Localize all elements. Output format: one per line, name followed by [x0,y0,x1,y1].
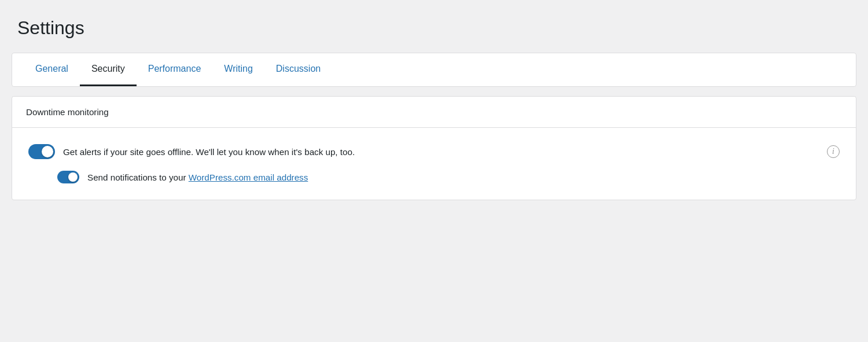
downtime-monitoring-card: Downtime monitoring Get alerts if your s… [12,96,856,200]
tab-performance[interactable]: Performance [137,53,213,86]
toggle-notifications[interactable] [57,171,79,183]
tab-security[interactable]: Security [80,53,137,86]
toggle-thumb-1 [42,146,53,157]
page-title: Settings [12,17,856,39]
tab-writing[interactable]: Writing [212,53,264,86]
toggle-row-1: Get alerts if your site goes offline. We… [28,144,840,159]
section-header: Downtime monitoring [12,97,856,128]
tab-discussion[interactable]: Discussion [264,53,332,86]
tab-general[interactable]: General [24,53,80,86]
toggle-row-1-content: Get alerts if your site goes offline. We… [28,144,840,159]
wordpress-email-link[interactable]: WordPress.com email address [189,172,308,182]
info-icon[interactable]: i [827,145,840,158]
toggle-2-label-prefix: Send notifications to your [87,172,189,182]
toggle-alerts[interactable] [28,144,55,159]
toggle-1-label: Get alerts if your site goes offline. We… [63,147,355,157]
section-body: Get alerts if your site goes offline. We… [12,128,856,200]
toggle-thumb-2 [68,172,78,182]
tabs-nav: General Security Performance Writing Dis… [12,53,856,86]
toggle-2-label: Send notifications to your WordPress.com… [87,172,308,182]
toggle-row-2: Send notifications to your WordPress.com… [57,171,840,183]
tabs-card: General Security Performance Writing Dis… [12,53,856,87]
